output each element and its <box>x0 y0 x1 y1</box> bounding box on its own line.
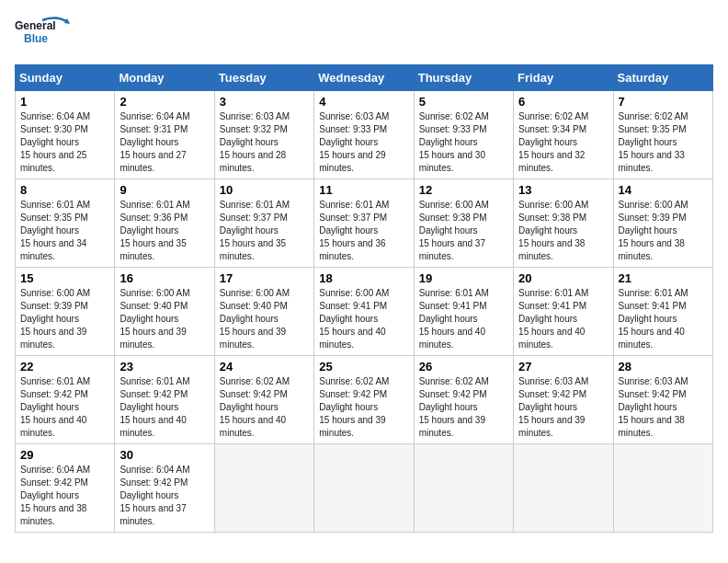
day-number: 8 <box>20 183 109 197</box>
cell-info: Sunrise: 6:03 AMSunset: 9:42 PMDaylight … <box>619 376 688 438</box>
day-number: 12 <box>419 183 508 197</box>
cell-info: Sunrise: 6:03 AMSunset: 9:42 PMDaylight … <box>518 376 588 438</box>
cell-info: Sunrise: 6:01 AMSunset: 9:41 PMDaylight … <box>518 288 588 350</box>
day-cell: 2 Sunrise: 6:04 AMSunset: 9:31 PMDayligh… <box>115 91 214 179</box>
day-cell: 12 Sunrise: 6:00 AMSunset: 9:38 PMDaylig… <box>414 179 513 268</box>
day-number: 3 <box>220 95 309 109</box>
logo: General Blue <box>15 15 88 55</box>
col-thursday: Thursday <box>414 65 513 91</box>
day-cell: 11 Sunrise: 6:01 AMSunset: 9:37 PMDaylig… <box>314 179 414 268</box>
calendar-row: 22 Sunrise: 6:01 AMSunset: 9:42 PMDaylig… <box>16 356 713 444</box>
day-number: 2 <box>119 95 209 109</box>
day-number: 4 <box>319 95 408 109</box>
col-monday: Monday <box>115 65 214 91</box>
cell-info: Sunrise: 6:00 AMSunset: 9:38 PMDaylight … <box>518 200 588 261</box>
calendar-row: 29 Sunrise: 6:04 AMSunset: 9:42 PMDaylig… <box>16 444 713 533</box>
day-cell: 25 Sunrise: 6:02 AMSunset: 9:42 PMDaylig… <box>314 356 414 444</box>
day-cell: 20 Sunrise: 6:01 AMSunset: 9:41 PMDaylig… <box>514 268 613 356</box>
day-number: 30 <box>119 448 209 462</box>
day-cell: 18 Sunrise: 6:00 AMSunset: 9:41 PMDaylig… <box>314 268 414 356</box>
cell-info: Sunrise: 6:01 AMSunset: 9:42 PMDaylight … <box>119 376 189 438</box>
day-number: 19 <box>419 271 508 285</box>
cell-info: Sunrise: 6:01 AMSunset: 9:41 PMDaylight … <box>619 288 688 350</box>
day-cell: 7 Sunrise: 6:02 AMSunset: 9:35 PMDayligh… <box>613 91 712 179</box>
day-cell: 16 Sunrise: 6:00 AMSunset: 9:40 PMDaylig… <box>115 268 214 356</box>
cell-info: Sunrise: 6:03 AMSunset: 9:32 PMDaylight … <box>220 111 290 173</box>
day-cell: 6 Sunrise: 6:02 AMSunset: 9:34 PMDayligh… <box>514 91 613 179</box>
empty-cell <box>214 444 313 533</box>
day-cell: 9 Sunrise: 6:01 AMSunset: 9:36 PMDayligh… <box>115 179 214 268</box>
day-cell: 28 Sunrise: 6:03 AMSunset: 9:42 PMDaylig… <box>613 356 712 444</box>
cell-info: Sunrise: 6:02 AMSunset: 9:42 PMDaylight … <box>319 376 389 438</box>
day-cell: 29 Sunrise: 6:04 AMSunset: 9:42 PMDaylig… <box>16 444 115 533</box>
day-cell: 22 Sunrise: 6:01 AMSunset: 9:42 PMDaylig… <box>16 356 115 444</box>
cell-info: Sunrise: 6:00 AMSunset: 9:40 PMDaylight … <box>119 288 189 350</box>
cell-info: Sunrise: 6:01 AMSunset: 9:42 PMDaylight … <box>20 376 90 438</box>
page-header: General Blue <box>15 15 713 55</box>
day-cell: 26 Sunrise: 6:02 AMSunset: 9:42 PMDaylig… <box>414 356 513 444</box>
day-number: 7 <box>619 95 708 109</box>
cell-info: Sunrise: 6:03 AMSunset: 9:33 PMDaylight … <box>319 111 389 173</box>
day-cell: 17 Sunrise: 6:00 AMSunset: 9:40 PMDaylig… <box>214 268 313 356</box>
day-number: 24 <box>220 360 309 373</box>
header-row: Sunday Monday Tuesday Wednesday Thursday… <box>16 65 713 91</box>
day-cell: 10 Sunrise: 6:01 AMSunset: 9:37 PMDaylig… <box>214 179 313 268</box>
day-number: 23 <box>119 360 209 373</box>
day-number: 11 <box>319 183 408 197</box>
col-saturday: Saturday <box>613 65 712 91</box>
logo-svg: General Blue <box>15 15 88 55</box>
cell-info: Sunrise: 6:02 AMSunset: 9:42 PMDaylight … <box>419 376 489 438</box>
calendar-row: 8 Sunrise: 6:01 AMSunset: 9:35 PMDayligh… <box>16 179 713 268</box>
day-number: 18 <box>319 271 408 285</box>
day-number: 13 <box>518 183 608 197</box>
svg-text:General: General <box>15 19 56 32</box>
cell-info: Sunrise: 6:04 AMSunset: 9:31 PMDaylight … <box>119 111 189 173</box>
empty-cell <box>613 444 712 533</box>
cell-info: Sunrise: 6:02 AMSunset: 9:35 PMDaylight … <box>619 111 688 173</box>
day-cell: 30 Sunrise: 6:04 AMSunset: 9:42 PMDaylig… <box>115 444 214 533</box>
cell-info: Sunrise: 6:00 AMSunset: 9:38 PMDaylight … <box>419 200 489 261</box>
svg-text:Blue: Blue <box>24 32 48 45</box>
cell-info: Sunrise: 6:00 AMSunset: 9:39 PMDaylight … <box>20 288 90 350</box>
day-number: 10 <box>220 183 309 197</box>
day-number: 9 <box>119 183 209 197</box>
day-number: 25 <box>319 360 408 373</box>
day-number: 6 <box>518 95 608 109</box>
day-number: 21 <box>619 271 708 285</box>
empty-cell <box>414 444 513 533</box>
day-number: 14 <box>619 183 708 197</box>
day-cell: 5 Sunrise: 6:02 AMSunset: 9:33 PMDayligh… <box>414 91 513 179</box>
day-cell: 3 Sunrise: 6:03 AMSunset: 9:32 PMDayligh… <box>214 91 313 179</box>
cell-info: Sunrise: 6:02 AMSunset: 9:34 PMDaylight … <box>518 111 588 173</box>
cell-info: Sunrise: 6:02 AMSunset: 9:33 PMDaylight … <box>419 111 489 173</box>
day-number: 29 <box>20 448 109 462</box>
cell-info: Sunrise: 6:04 AMSunset: 9:30 PMDaylight … <box>20 111 90 173</box>
col-tuesday: Tuesday <box>214 65 313 91</box>
day-cell: 27 Sunrise: 6:03 AMSunset: 9:42 PMDaylig… <box>514 356 613 444</box>
cell-info: Sunrise: 6:00 AMSunset: 9:41 PMDaylight … <box>319 288 389 350</box>
cell-info: Sunrise: 6:04 AMSunset: 9:42 PMDaylight … <box>20 465 90 526</box>
day-number: 17 <box>220 271 309 285</box>
day-cell: 14 Sunrise: 6:00 AMSunset: 9:39 PMDaylig… <box>613 179 712 268</box>
day-number: 22 <box>20 360 109 373</box>
cell-info: Sunrise: 6:01 AMSunset: 9:37 PMDaylight … <box>220 200 290 261</box>
day-cell: 4 Sunrise: 6:03 AMSunset: 9:33 PMDayligh… <box>314 91 414 179</box>
day-cell: 15 Sunrise: 6:00 AMSunset: 9:39 PMDaylig… <box>16 268 115 356</box>
day-number: 15 <box>20 271 109 285</box>
day-cell: 1 Sunrise: 6:04 AMSunset: 9:30 PMDayligh… <box>16 91 115 179</box>
cell-info: Sunrise: 6:00 AMSunset: 9:39 PMDaylight … <box>619 200 688 261</box>
cell-info: Sunrise: 6:01 AMSunset: 9:41 PMDaylight … <box>419 288 489 350</box>
day-cell: 24 Sunrise: 6:02 AMSunset: 9:42 PMDaylig… <box>214 356 313 444</box>
calendar-table: Sunday Monday Tuesday Wednesday Thursday… <box>15 64 713 533</box>
day-cell: 21 Sunrise: 6:01 AMSunset: 9:41 PMDaylig… <box>613 268 712 356</box>
day-number: 27 <box>518 360 608 373</box>
cell-info: Sunrise: 6:01 AMSunset: 9:36 PMDaylight … <box>119 200 189 261</box>
col-friday: Friday <box>514 65 613 91</box>
calendar-row: 15 Sunrise: 6:00 AMSunset: 9:39 PMDaylig… <box>16 268 713 356</box>
cell-info: Sunrise: 6:01 AMSunset: 9:37 PMDaylight … <box>319 200 389 261</box>
col-wednesday: Wednesday <box>314 65 414 91</box>
empty-cell <box>514 444 613 533</box>
day-number: 28 <box>619 360 708 373</box>
day-cell: 13 Sunrise: 6:00 AMSunset: 9:38 PMDaylig… <box>514 179 613 268</box>
day-number: 16 <box>119 271 209 285</box>
